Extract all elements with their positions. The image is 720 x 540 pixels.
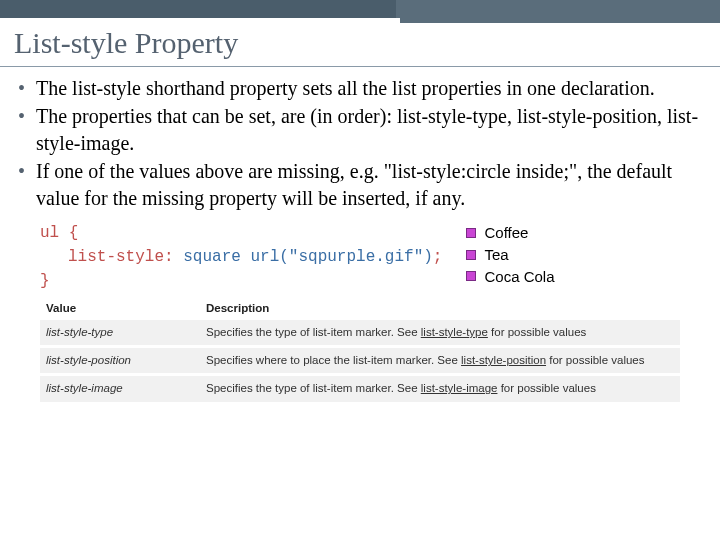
list-item-label: Coca Cola — [484, 267, 554, 287]
code-close: } — [40, 272, 50, 290]
row-description: Specifies the type of list-item marker. … — [206, 381, 674, 396]
table-row: list-style-type Specifies the type of li… — [40, 320, 680, 345]
table-header: Value Description — [40, 297, 680, 320]
doc-link[interactable]: list-style-position — [461, 354, 546, 366]
row-description: Specifies where to place the list-item m… — [206, 353, 674, 368]
properties-table: Value Description list-style-type Specif… — [40, 297, 680, 402]
bullet-item: The properties that can be set, are (in … — [18, 103, 702, 156]
example-list: Coffee Tea Coca Cola — [466, 223, 554, 288]
list-item-label: Tea — [484, 245, 508, 265]
row-value: list-style-image — [46, 381, 206, 396]
slide-header: List-style Property — [0, 18, 720, 67]
code-selector: ul { — [40, 224, 78, 242]
list-item: Tea — [466, 245, 554, 265]
bullet-item: If one of the values above are missing, … — [18, 158, 702, 211]
code-value: square url("sqpurple.gif") — [183, 248, 433, 266]
table-row: list-style-position Specifies where to p… — [40, 348, 680, 373]
table-row: list-style-image Specifies the type of l… — [40, 376, 680, 401]
header-value: Value — [46, 301, 206, 316]
code-block: ul { list-style: square url("sqpurple.gi… — [40, 221, 442, 293]
list-item: Coca Cola — [466, 267, 554, 287]
square-marker-icon — [466, 271, 476, 281]
doc-link[interactable]: list-style-type — [421, 326, 488, 338]
list-item-label: Coffee — [484, 223, 528, 243]
slide-content: The list-style shorthand property sets a… — [0, 67, 720, 402]
square-marker-icon — [466, 250, 476, 260]
doc-link[interactable]: list-style-image — [421, 382, 498, 394]
header-description: Description — [206, 301, 674, 316]
list-item: Coffee — [466, 223, 554, 243]
row-description: Specifies the type of list-item marker. … — [206, 325, 674, 340]
bullet-list: The list-style shorthand property sets a… — [18, 75, 702, 211]
code-property: list-style — [40, 248, 164, 266]
row-value: list-style-position — [46, 353, 206, 368]
top-accent-bar — [0, 0, 720, 18]
code-example-row: ul { list-style: square url("sqpurple.gi… — [40, 221, 702, 293]
row-value: list-style-type — [46, 325, 206, 340]
bullet-item: The list-style shorthand property sets a… — [18, 75, 702, 101]
slide-title: List-style Property — [14, 26, 706, 60]
square-marker-icon — [466, 228, 476, 238]
